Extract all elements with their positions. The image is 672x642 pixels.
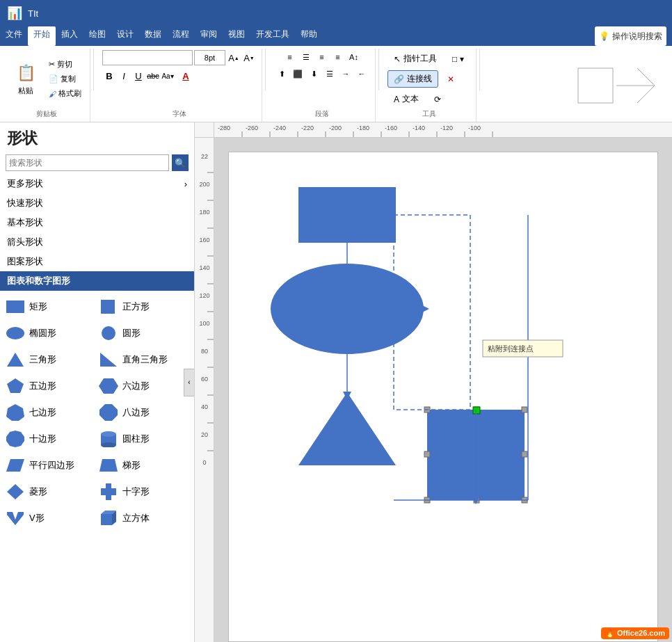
align-right-button[interactable]: ≡ [314, 50, 330, 64]
shape-item-cross[interactable]: 十字形 [99, 480, 189, 504]
menu-item-devtools[interactable]: 开发工具 [250, 26, 295, 46]
indent-more-button[interactable]: → [338, 67, 353, 81]
ruler-vertical: 22 200 180 160 140 120 100 80 60 40 [195, 138, 214, 642]
shape-item-right-triangle[interactable]: 直角三角形 [99, 348, 189, 371]
menu-item-flow[interactable]: 流程 [167, 26, 195, 46]
shape-item-rect[interactable]: 矩形 [6, 295, 96, 319]
shape-item-cube[interactable]: 立方体 [99, 506, 189, 530]
svg-text:-140: -140 [413, 125, 425, 131]
sidebar-section-header[interactable]: 图表和数字图形 [0, 271, 194, 291]
align-bottom-button[interactable]: ⬇ [306, 67, 321, 81]
canvas-page[interactable]: 粘附到连接点 [228, 152, 658, 642]
shape-item-circle[interactable]: 圆形 [99, 321, 189, 345]
shape-item-ellipse[interactable]: 椭圆形 [6, 321, 96, 345]
menu-item-design[interactable]: 设计 [111, 26, 139, 46]
shape-item-octagon[interactable]: 八边形 [99, 401, 189, 424]
help-search[interactable]: 💡 操作说明搜索 [595, 26, 666, 46]
shape-item-diamond[interactable]: 菱形 [6, 480, 96, 504]
sidebar-item-more-shapes[interactable]: 更多形状 › [0, 174, 194, 193]
shape-item-cylinder[interactable]: 圆柱形 [99, 427, 189, 451]
separator-4 [479, 49, 480, 90]
shape-item-pentagon[interactable]: 五边形 [6, 374, 96, 398]
sidebar-collapse-button[interactable]: ‹ [184, 369, 195, 396]
shape-item-trapezoid[interactable]: 梯形 [99, 454, 189, 477]
canvas-triangle-shape[interactable] [298, 392, 396, 465]
octagon-label: 八边形 [122, 406, 150, 419]
connector-tool-button[interactable]: 🔗 连接线 [387, 70, 438, 88]
canvas-rect-shape[interactable] [298, 187, 396, 243]
connector-icon: 🔗 [394, 74, 404, 84]
font-size-para-button[interactable]: A↕ [346, 50, 362, 64]
svg-point-5 [102, 326, 115, 340]
shape-item-hexagon[interactable]: 六边形 [99, 374, 189, 398]
italic-button[interactable]: I [117, 69, 131, 83]
menu-item-insert[interactable]: 插入 [56, 26, 83, 46]
sidebar: 形状 🔍 更多形状 › 快速形状 基本形状 箭头形状 图案形状 图表和数字图形 [0, 122, 195, 642]
close-connector-button[interactable]: ✕ [441, 72, 461, 87]
shape-item-triangle[interactable]: 三角形 [6, 348, 96, 371]
menu-item-view[interactable]: 视图 [223, 26, 250, 46]
font-size-decrease-button[interactable]: A▼ [242, 51, 256, 65]
menu-item-help[interactable]: 帮助 [295, 26, 323, 46]
justify-button[interactable]: ≡ [330, 50, 346, 64]
align-center-button[interactable]: ☰ [298, 50, 314, 64]
text-tool-button[interactable]: A 文本 [387, 90, 425, 108]
bold-button[interactable]: B [102, 69, 116, 83]
watermark-text: Office26.com [617, 629, 665, 637]
font-size-increase-button[interactable]: A▲ [227, 51, 241, 65]
svg-text:0: 0 [202, 459, 206, 466]
svg-text:-240: -240 [273, 125, 286, 131]
align-left-button[interactable]: ≡ [282, 50, 298, 64]
svg-text:-280: -280 [218, 125, 230, 131]
canvas-content[interactable]: 粘附到连接点 [214, 138, 672, 642]
search-button[interactable]: 🔍 [172, 154, 189, 171]
copy-button[interactable]: 📄 复制 [46, 72, 84, 86]
sidebar-item-quick-shapes[interactable]: 快速形状 [0, 193, 194, 213]
ruler-h-svg: -280 -260 -240 -220 -200 -180 -160 -140 … [214, 122, 672, 137]
shape-item-parallelogram[interactable]: 平行四边形 [6, 454, 96, 477]
menu-item-data[interactable]: 数据 [139, 26, 167, 46]
format-brush-label: 格式刷 [58, 88, 81, 99]
menu-item-draw[interactable]: 绘图 [83, 26, 111, 46]
menu-item-file[interactable]: 文件 [0, 26, 28, 46]
menu-item-review[interactable]: 审阅 [195, 26, 223, 46]
pointer-tool-button[interactable]: ↖ 指针工具 [387, 50, 443, 67]
font-color-button[interactable]: A [179, 69, 193, 83]
trapezoid-label: 梯形 [122, 459, 141, 472]
cube-label: 立方体 [122, 512, 150, 524]
search-input[interactable] [6, 154, 169, 171]
sidebar-item-arrow-shapes[interactable]: 箭头形状 [0, 232, 194, 252]
ribbon-group-paragraph: ≡ ☰ ≡ ≡ A↕ ⬆ ⬛ ⬇ ☰ → ← 段落 [269, 49, 376, 122]
shape-item-square[interactable]: 正方形 [99, 295, 189, 319]
shape-button[interactable]: □ ▾ [446, 51, 470, 67]
align-middle-button[interactable]: ⬛ [290, 67, 305, 81]
indent-less-button[interactable]: ← [354, 67, 369, 81]
paste-button[interactable]: 📋 粘贴 [8, 59, 43, 99]
sidebar-item-pattern-shapes[interactable]: 图案形状 [0, 252, 194, 271]
svg-rect-0 [578, 68, 613, 103]
square-label: 正方形 [122, 300, 150, 313]
svg-marker-7 [100, 353, 117, 367]
cut-button[interactable]: ✂ 剪切 [46, 58, 84, 71]
shape-item-heptagon[interactable]: 七边形 [6, 401, 96, 424]
list-button[interactable]: ☰ [322, 67, 337, 81]
title-bar: 📊 TIt [0, 0, 672, 26]
strikethrough-button[interactable]: abc [146, 69, 160, 83]
diamond-label: 菱形 [29, 485, 47, 498]
font-case-button[interactable]: Aa▾ [161, 69, 175, 83]
shape-item-v-shape[interactable]: V形 [6, 506, 96, 530]
reformat-button[interactable]: ⟳ [428, 92, 447, 107]
format-brush-button[interactable]: 🖌 格式刷 [46, 87, 84, 100]
handle-ml [424, 451, 430, 457]
shape-item-decagon[interactable]: 十边形 [6, 427, 96, 451]
svg-text:-200: -200 [329, 125, 342, 131]
font-size-input[interactable] [194, 50, 225, 65]
parallelogram-shape-icon [6, 456, 25, 475]
copy-icon: 📄 [49, 74, 58, 83]
align-top-button[interactable]: ⬆ [274, 67, 289, 81]
sidebar-item-basic-shapes[interactable]: 基本形状 [0, 213, 194, 232]
menu-item-start[interactable]: 开始 [28, 26, 56, 46]
canvas-area[interactable]: -280 -260 -240 -220 -200 -180 -160 -140 … [195, 122, 672, 642]
font-name-input[interactable] [102, 50, 193, 65]
underline-button[interactable]: U [131, 69, 145, 83]
